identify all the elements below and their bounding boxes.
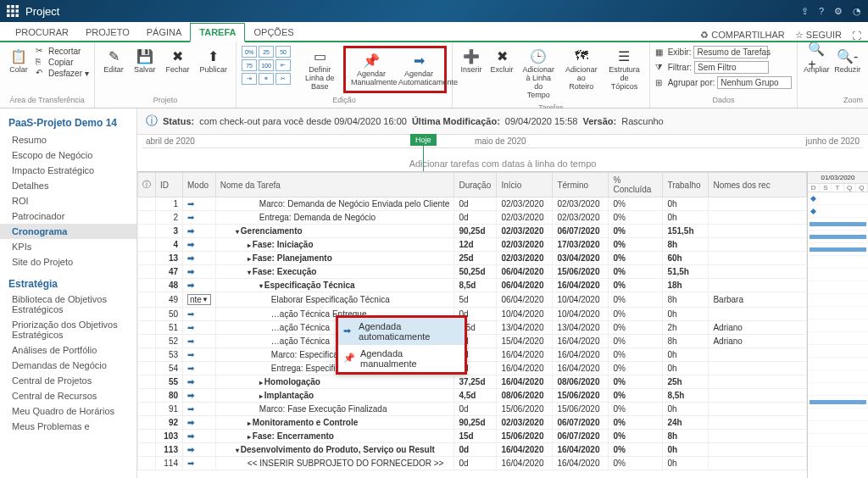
share-button[interactable]: ♻ COMPARTILHAR bbox=[700, 30, 784, 41]
dropdown-opt-manual[interactable]: 📌 Agendada manualmente bbox=[338, 345, 465, 372]
schedule-mode-icon: ➡ bbox=[187, 323, 194, 332]
delete-button[interactable]: ✖Excluir bbox=[488, 46, 515, 76]
svg-rect-3 bbox=[7, 9, 10, 13]
schedule-auto-button[interactable]: ➡Agendar Automaticamente bbox=[395, 50, 442, 89]
edit-button[interactable]: ✎Editar bbox=[100, 46, 127, 76]
tab-procurar[interactable]: PROCURAR bbox=[7, 24, 77, 41]
undo-icon: ↶ bbox=[36, 68, 46, 78]
table-row[interactable]: 114 ➡ << INSERIR SUBPROJETO DO FORNECEDO… bbox=[138, 457, 807, 470]
copy-button[interactable]: ⎘Copiar bbox=[36, 57, 89, 67]
save-icon: 💾 bbox=[136, 47, 153, 64]
gear-icon[interactable]: ⚙ bbox=[834, 6, 843, 17]
table-row[interactable]: 52 ➡ …ação Técnica 1d 15/04/2020 16/04/2… bbox=[138, 335, 807, 348]
table-row[interactable]: 103 ➡ ▸Fase: Encerramento 15d 15/06/2020… bbox=[138, 430, 807, 443]
tab-opcoes[interactable]: OPÇÕES bbox=[245, 24, 302, 41]
group-select[interactable]: ⊞Agrupar por:Nenhum Grupo bbox=[655, 76, 793, 89]
save-button[interactable]: 💾Salvar bbox=[131, 46, 159, 76]
zoomout-button[interactable]: 🔍-Reduzir bbox=[833, 46, 861, 76]
table-row[interactable]: 55 ➡ ▸Homologação 37,25d 16/04/2020 08/0… bbox=[138, 375, 807, 389]
timeline-month: maio de 2020 bbox=[475, 136, 526, 146]
outline-button[interactable]: ☰Estrutura de Tópicos bbox=[604, 46, 644, 93]
table-row[interactable]: 53 ➡ Marco: Especificação Técnica Aprova… bbox=[138, 348, 807, 362]
dropdown-opt-auto[interactable]: ➡ Agendada automaticamente bbox=[338, 318, 465, 345]
col-termino: Término bbox=[553, 173, 609, 197]
table-row[interactable]: 1 ➡ Marco: Demanda de Negócio Enviada pe… bbox=[138, 197, 807, 211]
user-icon[interactable]: ◔ bbox=[853, 6, 861, 17]
follow-button[interactable]: ☆ SEGUIR bbox=[795, 30, 842, 41]
nav-central-projetos[interactable]: Central de Projetos bbox=[0, 373, 136, 388]
nav-cronograma[interactable]: Cronograma bbox=[0, 224, 136, 239]
publish-button[interactable]: ⬆Publicar bbox=[197, 46, 231, 76]
auto-arrow-icon: ➡ bbox=[410, 52, 427, 69]
add-roadmap-button[interactable]: 🗺Adicionar ao Roteiro bbox=[562, 46, 602, 93]
close-button[interactable]: ✖Fechar bbox=[163, 46, 193, 76]
nav-demandas[interactable]: Demandas de Negócio bbox=[0, 358, 136, 373]
help-icon[interactable]: ? bbox=[819, 6, 824, 17]
schedule-mode-icon: ➡ bbox=[187, 350, 194, 359]
nav-roi[interactable]: ROI bbox=[0, 193, 136, 208]
nav-priorizacao[interactable]: Priorização dos Objetivos Estratégicos bbox=[0, 317, 136, 342]
nav-site[interactable]: Site do Projeto bbox=[0, 254, 136, 270]
tab-tarefa[interactable]: TAREFA bbox=[190, 23, 245, 42]
grid-header-row: ⓘ ID Modo Nome da Tarefa Duração Início … bbox=[138, 173, 807, 197]
nav-quadro-horarios[interactable]: Meu Quadro de Horários bbox=[0, 403, 136, 419]
nav-patrocinador[interactable]: Patrocinador bbox=[0, 208, 136, 224]
view-select[interactable]: ▦Exibir:Resumo de Tarefas bbox=[655, 46, 793, 58]
baseline-button[interactable]: ▭Definir Linha de Base bbox=[299, 46, 340, 93]
tab-pagina[interactable]: PÁGINA bbox=[138, 24, 191, 41]
group-icon: ⊞ bbox=[655, 78, 665, 88]
nav-detalhes[interactable]: Detalhes bbox=[0, 178, 136, 193]
table-row[interactable]: 2 ➡ Entrega: Demanda de Negócio 0d 02/03… bbox=[138, 211, 807, 225]
timeline-placeholder[interactable]: Adicionar tarefas com datas à linha do t… bbox=[142, 147, 863, 169]
share-icon[interactable]: ⇪ bbox=[801, 6, 809, 17]
schedule-mode-dropdown[interactable]: ➡ Agendada automaticamente 📌 Agendada ma… bbox=[336, 315, 467, 375]
tab-projeto[interactable]: PROJETO bbox=[77, 24, 138, 41]
table-row[interactable]: 49 nte▼ Elaborar Especificação Técnica 5… bbox=[138, 292, 807, 308]
date-formats[interactable]: 0%255075100 ⇤⇥⚭✂ bbox=[242, 46, 296, 85]
table-row[interactable]: 3 ➡ ▾Gerenciamento 90,25d 02/03/2020 06/… bbox=[138, 225, 807, 238]
nav-impacto[interactable]: Impacto Estratégico bbox=[0, 163, 136, 178]
task-grid[interactable]: ⓘ ID Modo Nome da Tarefa Duração Início … bbox=[137, 172, 807, 478]
zoomin-button[interactable]: 🔍+Ampliar bbox=[803, 46, 830, 76]
nav-kpis[interactable]: KPIs bbox=[0, 239, 136, 254]
pencil-icon: ✎ bbox=[105, 47, 122, 64]
table-row[interactable]: 13 ➡ ▸Fase: Planejamento 25d 02/03/2020 … bbox=[138, 252, 807, 265]
nav-meus-problemas[interactable]: Meus Problemas e bbox=[0, 419, 136, 434]
cut-button[interactable]: ✂Recortar bbox=[36, 46, 89, 56]
schedule-mode-icon: ➡ bbox=[187, 226, 194, 236]
copy-icon: ⎘ bbox=[36, 57, 46, 67]
nav-analises[interactable]: Análises de Portfólio bbox=[0, 342, 136, 358]
filter-select[interactable]: ⧩Filtrar:Sem Filtro bbox=[655, 61, 793, 74]
insert-button[interactable]: ➕Inserir bbox=[458, 46, 485, 76]
table-row[interactable]: 92 ➡ ▸Monitoramento e Controle 90,25d 02… bbox=[138, 416, 807, 430]
scroll-task-button[interactable]: ↷Rolar para Tarefa bbox=[865, 46, 868, 93]
ribbon-group-tasks: ➕Inserir ✖Excluir 🕒Adicionar à Linha do … bbox=[453, 42, 650, 108]
delete-icon: ✖ bbox=[493, 47, 510, 64]
add-timeline-button[interactable]: 🕒Adicionar à Linha do Tempo bbox=[519, 46, 559, 102]
paste-icon: 📋 bbox=[10, 47, 27, 64]
nav-escopo[interactable]: Escopo de Negócio bbox=[0, 147, 136, 163]
auto-arrow-icon: ➡ bbox=[343, 325, 353, 337]
paste-button[interactable]: 📋 Colar bbox=[5, 46, 32, 76]
undo-button[interactable]: ↶Desfazer ▾ bbox=[36, 68, 89, 78]
table-row[interactable]: 91 ➡ Marco: Fase Execução Finalizada 0d … bbox=[138, 403, 807, 416]
table-row[interactable]: 50 ➡ …ação Técnica Entregue 0d 10/04/202… bbox=[138, 308, 807, 321]
nav-resumo[interactable]: Resumo bbox=[0, 132, 136, 147]
nav-biblioteca[interactable]: Biblioteca de Objetivos Estratégicos bbox=[0, 292, 136, 317]
app-launcher-icon[interactable] bbox=[7, 5, 19, 17]
table-row[interactable]: 51 ➡ …ação Técnica 0,5d 13/04/2020 13/04… bbox=[138, 321, 807, 335]
table-row[interactable]: 113 ➡ ▾Desenvolvimento do Produto, Servi… bbox=[138, 443, 807, 457]
ribbon-group-project: ✎Editar 💾Salvar ✖Fechar ⬆Publicar Projet… bbox=[95, 42, 236, 108]
status-bar: ⓘ Status: com check-out para você desde … bbox=[137, 108, 868, 135]
col-duracao: Duração bbox=[454, 173, 497, 197]
table-row[interactable]: 47 ➡ ▾Fase: Execução 50,25d 06/04/2020 1… bbox=[138, 265, 807, 279]
schedule-manual-button[interactable]: 📌Agendar Manualmente bbox=[348, 50, 395, 89]
schedule-mode-icon: ➡ bbox=[187, 213, 194, 222]
nav-central-recursos[interactable]: Central de Recursos bbox=[0, 388, 136, 403]
table-row[interactable]: 4 ➡ ▸Fase: Iniciação 12d 02/03/2020 17/0… bbox=[138, 238, 807, 252]
fullscreen-icon[interactable]: ⛶ bbox=[852, 31, 861, 41]
table-row[interactable]: 54 ➡ Entrega: Especificação Técnica 0d 1… bbox=[138, 362, 807, 375]
table-row[interactable]: 48 ➡ ▾Especificação Técnica 8,5d 06/04/2… bbox=[138, 279, 807, 292]
nav-project-title[interactable]: PaaS-Projeto Demo 14 bbox=[0, 114, 136, 132]
table-row[interactable]: 80 ➡ ▸Implantação 4,5d 08/06/2020 15/06/… bbox=[138, 389, 807, 403]
